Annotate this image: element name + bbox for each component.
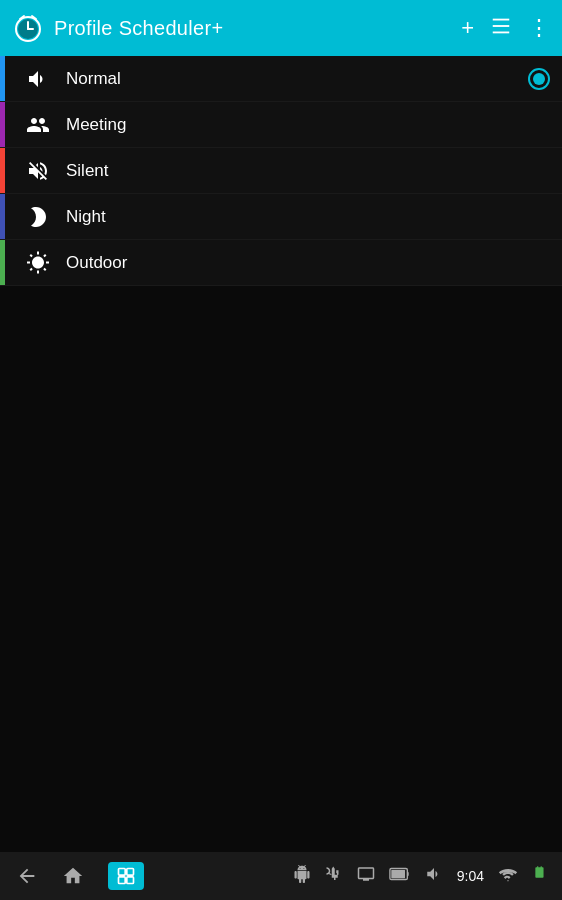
svg-rect-10 xyxy=(127,869,134,876)
profile-item-night[interactable]: Night xyxy=(0,194,562,240)
status-time: 9:04 xyxy=(457,868,484,884)
nav-bar: 9:04 xyxy=(0,852,562,900)
back-button[interactable] xyxy=(16,865,38,887)
usb-icon xyxy=(325,865,343,887)
wifi-icon xyxy=(498,866,518,886)
app-logo-icon xyxy=(12,12,44,44)
add-button[interactable]: + xyxy=(461,17,474,39)
profile-list: Normal Meeting Silent Night xyxy=(0,56,562,286)
outdoor-icon xyxy=(26,251,50,275)
radio-normal xyxy=(528,68,550,90)
svg-rect-12 xyxy=(127,877,134,884)
profile-label-meeting: Meeting xyxy=(66,115,550,135)
system-volume-icon xyxy=(425,865,443,887)
list-view-button[interactable] xyxy=(490,15,512,41)
svg-rect-8 xyxy=(493,32,510,34)
outdoor-icon-wrap xyxy=(20,245,56,281)
display-icon xyxy=(357,865,375,887)
home-button[interactable] xyxy=(62,865,84,887)
profile-label-silent: Silent xyxy=(66,161,550,181)
silent-icon xyxy=(26,159,50,183)
nav-left-controls xyxy=(16,862,144,890)
profile-label-normal: Normal xyxy=(66,69,528,89)
svg-rect-14 xyxy=(391,870,405,878)
svg-rect-9 xyxy=(119,869,126,876)
accent-bar-silent xyxy=(0,148,5,193)
android-icon xyxy=(293,865,311,887)
profile-label-outdoor: Outdoor xyxy=(66,253,550,273)
accent-bar-normal xyxy=(0,56,5,101)
svg-rect-7 xyxy=(493,25,510,27)
profile-item-silent[interactable]: Silent xyxy=(0,148,562,194)
meeting-icon-wrap xyxy=(20,107,56,143)
night-icon xyxy=(26,205,50,229)
volume-icon xyxy=(26,67,50,91)
svg-rect-11 xyxy=(119,877,126,884)
accent-bar-night xyxy=(0,194,5,239)
night-icon-wrap xyxy=(20,199,56,235)
nav-right-status: 9:04 xyxy=(293,865,546,887)
silent-icon-wrap xyxy=(20,153,56,189)
volume-icon-wrap xyxy=(20,61,56,97)
app-title: Profile Scheduler+ xyxy=(54,17,445,40)
svg-rect-6 xyxy=(493,19,510,21)
accent-bar-outdoor xyxy=(0,240,5,285)
meeting-icon xyxy=(26,113,50,137)
profile-item-outdoor[interactable]: Outdoor xyxy=(0,240,562,286)
accent-bar-meeting xyxy=(0,102,5,147)
battery-icon xyxy=(389,866,411,886)
overflow-menu-button[interactable]: ⋮ xyxy=(528,17,550,39)
profile-item-meeting[interactable]: Meeting xyxy=(0,102,562,148)
profile-item-normal[interactable]: Normal xyxy=(0,56,562,102)
battery-charging-icon xyxy=(532,865,546,887)
app-bar: Profile Scheduler+ + ⋮ xyxy=(0,0,562,56)
profile-label-night: Night xyxy=(66,207,550,227)
recent-apps-button[interactable] xyxy=(108,862,144,890)
